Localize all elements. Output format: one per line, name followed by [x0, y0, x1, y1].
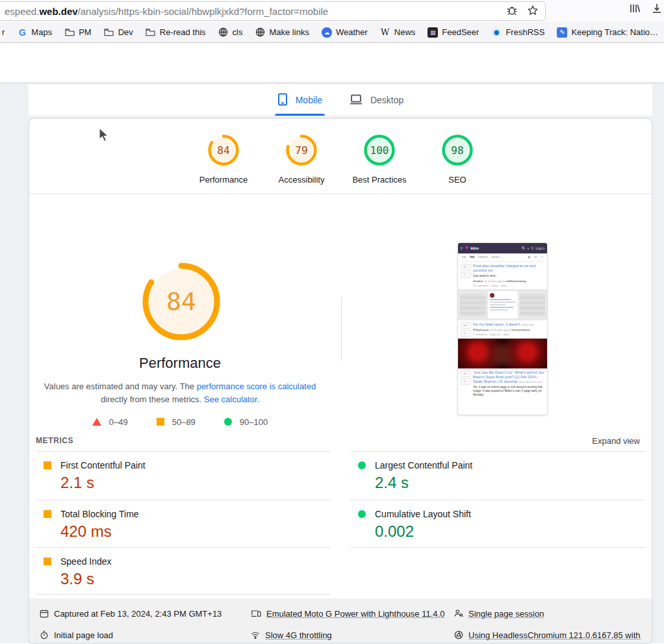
average-square-icon — [44, 461, 51, 469]
session-link[interactable]: Single page session — [468, 609, 544, 619]
globe-icon — [255, 27, 265, 38]
thumb-meme-image — [458, 339, 547, 368]
bookmark-item-keepingtrack[interactable]: ✎Keeping Track: Natio… — [557, 27, 658, 38]
score-label: Performance — [199, 175, 248, 185]
stopwatch-icon — [40, 630, 49, 639]
score-performance[interactable]: 84 Performance — [185, 134, 262, 194]
library-icon[interactable] — [629, 3, 641, 17]
thumb-add-icon: + — [527, 246, 530, 250]
emulated-device-link[interactable]: Emulated Moto G Power with Lighthouse 11… — [266, 609, 444, 619]
metric-label: Cumulative Layout Shift — [375, 509, 471, 519]
category-scores: 84 Performance 79 Accessibility 100 — [29, 119, 652, 194]
bookmark-item-cutoff[interactable]: r — [2, 27, 5, 37]
browser-version: Using HeadlessChromium 121.0.6167.85 wit… — [454, 627, 641, 643]
bookmark-item-maps[interactable]: GMaps — [17, 27, 52, 38]
metric-lcp: Largest Contentful Paint 2.4 s — [350, 451, 645, 500]
calculated-link[interactable]: performance score is calculated — [197, 381, 316, 391]
metric-tbt: Total Blocking Time 420 ms — [36, 500, 331, 547]
metric-fcp: First Contentful Paint 2.1 s — [36, 451, 331, 500]
thumb-post-2: 60 ↑0 ↓ For my head canon, it doesn't (s… — [458, 320, 547, 339]
page-screenshot-thumbnail: ≡ kbin + ≡ Log in top hot newest active — [457, 242, 548, 415]
performance-summary: 84 Performance Values are estimated and … — [29, 194, 652, 430]
tab-mobile-label: Mobile — [296, 95, 322, 105]
bookmark-item-cls[interactable]: cls — [218, 27, 243, 38]
expand-view-button[interactable]: Expand view — [592, 436, 640, 446]
good-circle-icon — [358, 461, 366, 469]
initial-page-load: Initial page load — [40, 627, 251, 643]
page-top-whitespace — [0, 43, 664, 83]
score-label: SEO — [448, 175, 466, 185]
score-value: 79 — [285, 134, 318, 166]
desktop-icon — [350, 94, 363, 107]
bookmark-item-makelinks[interactable]: Make links — [255, 27, 309, 38]
bookmark-folder-pm[interactable]: PM — [64, 27, 92, 38]
score-label: Accessibility — [279, 175, 325, 185]
bookmark-folder-dev[interactable]: Dev — [104, 27, 133, 38]
thumb-search-icon — [522, 246, 525, 250]
score-label: Best Practices — [352, 175, 406, 185]
bookmark-item-feedseer[interactable]: ▦FeedSeer — [428, 27, 479, 38]
bookmarks-bar: r GMaps PM Dev Re-read this cls Make lin… — [0, 22, 664, 43]
feedseer-icon: ▦ — [428, 27, 438, 38]
url-text: espeed.web.dev/analysis/https-kbin-socia… — [5, 6, 506, 17]
psi-page: Mobile Desktop 84 Performance — [0, 83, 664, 643]
throttling-link[interactable]: Slow 4G throttling — [265, 630, 332, 640]
thumb-site-header: ≡ kbin + ≡ Log in — [458, 243, 547, 253]
run-settings-footer: Captured at Feb 13, 2024, 2:43 PM GMT+13… — [29, 599, 652, 643]
emulated-device: Emulated Moto G Power with Lighthouse 11… — [251, 606, 454, 621]
legend-fail: 0–49 — [92, 417, 128, 427]
metric-value: 0.002 — [375, 522, 645, 541]
bug-icon[interactable] — [506, 5, 518, 18]
thumb-menu-icon: ≡ — [461, 246, 463, 250]
metric-value: 2.4 s — [375, 474, 645, 492]
url-bar[interactable]: espeed.web.dev/analysis/https-kbin-socia… — [0, 1, 546, 21]
score-seo[interactable]: 98 SEO — [418, 134, 496, 194]
chromium-link[interactable]: Using HeadlessChromium 121.0.6167.85 wit… — [468, 630, 641, 640]
metrics-heading: METRICS — [36, 436, 73, 445]
metric-label: First Contentful Paint — [60, 460, 146, 470]
thumb-post-3: 11 ↑2 ↓ 'Just Like We Drew It Up': What'… — [458, 368, 547, 399]
chromium-globe-icon — [454, 630, 463, 639]
tab-mobile[interactable]: Mobile — [275, 84, 325, 116]
bookmark-item-weather[interactable]: ☁Weather — [322, 27, 368, 38]
throttling: Slow 4G throttling — [251, 627, 454, 643]
score-value: 100 — [363, 134, 396, 166]
bookmark-folder-reread[interactable]: Re-read this — [146, 27, 206, 38]
browser-window: espeed.web.dev/analysis/https-kbin-socia… — [0, 0, 664, 644]
fail-triangle-icon — [92, 418, 101, 426]
score-value: 98 — [441, 134, 474, 166]
downloads-icon[interactable] — [651, 3, 663, 17]
form-factor-tabs: Mobile Desktop — [29, 84, 652, 116]
session-type: Single page session — [454, 606, 641, 621]
performance-score-value: 84 — [141, 261, 222, 342]
average-square-icon — [44, 558, 51, 565]
freshrss-icon: ◉ — [491, 27, 502, 38]
calendar-icon — [40, 609, 49, 618]
metric-value: 2.1 s — [60, 474, 331, 492]
thumb-list-icon: ≡ — [531, 246, 534, 250]
calculator-link[interactable]: See calculator. — [204, 394, 259, 404]
signal-icon — [251, 630, 260, 639]
good-circle-icon — [358, 510, 366, 518]
url-domain: web.dev — [39, 6, 77, 17]
metric-label: Speed Index — [60, 556, 112, 567]
bookmark-item-freshrss[interactable]: ◉FreshRSS — [491, 27, 544, 38]
score-best-practices[interactable]: 100 Best Practices — [340, 134, 418, 194]
metric-speed-index: Speed Index 3.9 s — [36, 547, 331, 595]
average-square-icon — [44, 510, 51, 518]
performance-gauge: 84 — [141, 261, 222, 342]
active-tab-underline — [275, 114, 325, 116]
bookmark-label: r — [2, 27, 5, 37]
average-square-icon — [157, 418, 164, 426]
thumb-embedded-card — [488, 291, 518, 318]
tab-desktop[interactable]: Desktop — [347, 84, 406, 116]
score-accessibility[interactable]: 79 Accessibility — [262, 134, 340, 194]
metrics-section: METRICS Expand view First Contentful Pai… — [29, 430, 652, 595]
bookmark-item-news[interactable]: WNews — [380, 27, 416, 38]
legend-good: 90–100 — [224, 417, 268, 427]
folder-icon — [146, 27, 156, 38]
legend-average: 50–89 — [157, 417, 196, 427]
vertical-divider — [341, 297, 342, 361]
bookmark-star-icon[interactable] — [527, 5, 539, 18]
metric-cls: Cumulative Layout Shift 0.002 — [350, 500, 645, 547]
